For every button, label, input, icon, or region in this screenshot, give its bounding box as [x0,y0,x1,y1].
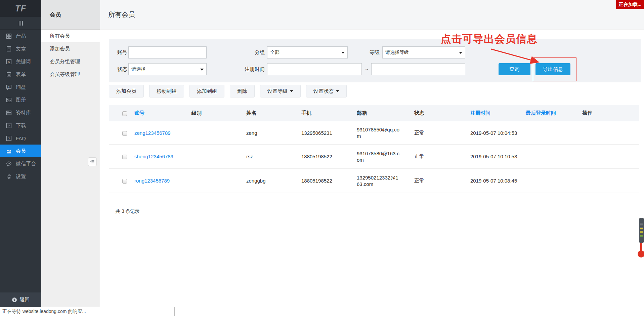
back-circle-icon [12,297,17,303]
row-checkbox[interactable] [122,179,127,184]
sidebar-item-faq[interactable]: ? FAQ [0,132,41,145]
row-checkbox[interactable] [122,155,127,159]
level-select[interactable]: 请选择等级 [382,46,465,58]
member-regtime: 2019-05-07 10:10:53 [465,145,521,169]
keyword-icon: K [6,59,12,65]
back-button[interactable]: 返回 [0,292,41,307]
grid-icon [6,33,12,39]
thermometer-body [639,218,644,243]
submenu-item-group-management[interactable]: 会员分组管理 [41,55,100,68]
member-email: 931078580@163.com [352,145,409,169]
member-account-link[interactable]: rong123456789 [134,178,170,184]
sidebar-item-label: 图册 [16,97,26,103]
app-logo: TF [0,0,41,17]
table-row: sheng123456789 rsz 18805198522 931078580… [109,145,639,169]
member-status: 正常 [409,169,465,193]
crown-icon [6,148,12,154]
table-header-row: 账号 级别 姓名 手机 邮箱 状态 注册时间 最后登录时间 操作 [109,105,639,121]
sidebar-item-articles[interactable]: 文章 [0,42,41,55]
move-to-group-button[interactable]: 移动到组 [149,85,184,97]
status-select[interactable]: 请选择 [128,63,207,75]
main-content: 所有会员 账号 分组 全部 等级 请选择等级 状态 请选择 注册时间 ~ 查询 … [100,0,644,316]
sidebar-item-downloads[interactable]: 下载 [0,119,41,132]
column-header-lastlogin[interactable]: 最后登录时间 [521,105,577,121]
sidebar-item-label: 资料库 [16,110,31,116]
member-account-link[interactable]: sheng123456789 [134,154,173,159]
member-account-link[interactable]: zeng123456789 [134,130,171,136]
library-icon [6,110,12,116]
member-lastlogin [521,145,577,169]
regtime-start-input[interactable] [267,63,362,75]
gear-icon [6,174,12,180]
column-header-name: 姓名 [241,105,296,121]
submenu-item-level-management[interactable]: 会员等级管理 [41,68,100,81]
sidebar-item-keywords[interactable]: K 关键词 [0,55,41,68]
member-status: 正常 [409,121,465,145]
set-level-dropdown-button[interactable]: 设置等级 [260,85,301,97]
delete-button[interactable]: 删除 [230,85,255,97]
sidebar-item-members[interactable]: 会员 [0,145,41,157]
column-header-account[interactable]: 账号 [129,105,186,121]
filter-panel: 账号 分组 全部 等级 请选择等级 状态 请选择 注册时间 ~ 查询 导出信息 [109,39,641,82]
add-to-group-button[interactable]: 添加到组 [189,85,224,97]
sidebar-item-label: FAQ [16,135,26,141]
members-table: 账号 级别 姓名 手机 邮箱 状态 注册时间 最后登录时间 操作 zeng123… [109,105,639,193]
search-button[interactable]: 查询 [499,63,530,75]
sidebar-item-wechat[interactable]: 微信平台 [0,157,41,170]
submenu-item-add-member[interactable]: 添加会员 [41,42,100,55]
thermometer-bulb-icon [638,250,644,258]
column-header-phone: 手机 [296,105,352,121]
loading-badge: 正在加载... [616,0,644,9]
chat-bubble-icon [6,161,12,167]
column-header-regtime[interactable]: 注册时间 [465,105,521,121]
sidebar-item-forms[interactable]: 表单 [0,68,41,81]
sidebar-nav: 产品 文章 K 关键词 表单 ¥ 询盘 [0,30,41,183]
logo-text: TF [15,3,27,14]
row-checkbox[interactable] [122,131,127,136]
svg-text:?: ? [8,136,10,140]
sidebar-item-gallery[interactable]: 图册 [0,93,41,106]
member-name: rsz [241,145,296,169]
level-label: 等级 [357,46,380,58]
sidebar-item-settings[interactable]: 设置 [0,170,41,183]
member-ops [577,169,639,193]
panel-collapse-button[interactable] [88,157,97,166]
member-ops [577,145,639,169]
set-status-dropdown-button[interactable]: 设置状态 [306,85,347,97]
download-icon [6,123,12,128]
annotation-text: 点击可导出会员信息 [441,32,538,46]
dropdown-arrow-icon [341,52,345,54]
add-member-button[interactable]: 添加会员 [109,85,144,97]
regtime-end-input[interactable] [371,63,465,75]
table-row: zeng123456789 zeng 13295065231 931078550… [109,121,639,145]
caret-down-icon [336,90,339,92]
member-level [186,145,241,169]
sidebar-item-inquiries[interactable]: ¥ 询盘 [0,81,41,93]
collapse-menu-icon [90,159,95,164]
thermometer-widget[interactable] [638,217,644,257]
group-select[interactable]: 全部 [267,46,348,58]
submenu-title: 会员 [41,0,100,30]
submenu-item-all-members[interactable]: 所有会员 [41,30,100,42]
sidebar-item-label: 表单 [16,71,26,78]
gallery-icon [6,97,12,103]
member-level [186,169,241,193]
column-header-status: 状态 [409,105,465,121]
range-separator: ~ [363,63,370,75]
sidebar-item-label: 下载 [16,122,26,129]
sidebar-item-library[interactable]: 资料库 [0,106,41,119]
column-header-ops: 操作 [577,105,639,121]
account-input[interactable] [128,46,207,58]
export-button[interactable]: 导出信息 [535,63,570,75]
status-label: 状态 [109,63,127,75]
column-header-level: 级别 [186,105,241,121]
svg-text:K: K [8,60,10,64]
sidebar-item-label: 产品 [16,33,26,39]
member-level [186,121,241,145]
select-all-checkbox[interactable] [122,111,127,116]
sidebar-collapse-button[interactable] [0,17,41,30]
member-phone: 18805198522 [296,169,352,193]
page-title: 所有会员 [108,10,135,19]
sidebar-item-products[interactable]: 产品 [0,30,41,42]
form-icon [6,72,12,77]
